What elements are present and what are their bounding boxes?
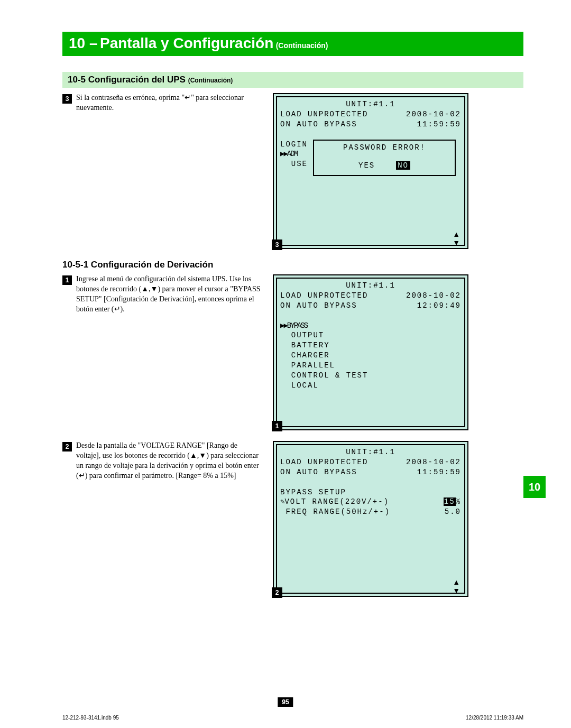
lcd2-date: 2008-10-02 [406, 457, 461, 467]
step-2-row: 2 Desde la pantalla de "VOLTAGE RANGE" [… [62, 441, 523, 597]
lcd2-unit: UNIT:#1.1 [280, 447, 461, 457]
lcd3-yes: YES [358, 161, 375, 170]
lcd-screen-1: UNIT:#1.1 LOAD UNPROTECTED 2008-10-02 ON… [273, 274, 468, 430]
step-3-text: Si la contraseña es errónea, oprima "↵" … [76, 93, 263, 113]
lcd3-no: NO [396, 161, 410, 170]
updown-icon: ▲▼ [453, 230, 460, 247]
lcd1-m4: CHARGER [280, 351, 461, 361]
lcd3-date: 2008-10-02 [406, 109, 461, 119]
updown-icon-2: ▲▼ [453, 578, 460, 595]
page-number: 95 [278, 697, 293, 707]
lcd1-date: 2008-10-02 [406, 291, 461, 301]
step-1-row: 1 Ingrese al menú de configuración del s… [62, 274, 523, 430]
footer-left: 12-212-93-3141.indb 95 [62, 715, 119, 721]
lcd2-time: 11:59:59 [417, 467, 461, 477]
lcd3-adm: ▶▶ADM [280, 150, 297, 158]
lcd1-m1: ▶▶BYPASS [280, 321, 307, 330]
lcd3-caption: 3 [272, 239, 282, 250]
lcd1-m2: OUTPUT [280, 330, 461, 340]
chapter-number: 10 – [69, 35, 98, 51]
lcd-screen-2: UNIT:#1.1 LOAD UNPROTECTED 2008-10-02 ON… [273, 441, 468, 597]
lcd3-unit: UNIT:#1.1 [280, 99, 461, 109]
step-3-row: 3 Si la contraseña es errónea, oprima "↵… [62, 93, 523, 249]
lcd3-dialog-msg: PASSWORD ERROR! [318, 143, 450, 153]
lcd1-m3: BATTERY [280, 340, 461, 351]
subsection-heading: 10-5-1 Configuración de Derivación [62, 260, 523, 270]
lcd1-unit: UNIT:#1.1 [280, 281, 461, 291]
chapter-continuation: (Continuación) [276, 41, 328, 50]
footer: 12-212-93-3141.indb 95 12/28/2012 11:19:… [62, 715, 523, 721]
section-title: Configuración del UPS [88, 75, 186, 85]
lcd2-r1b-hl: 15 [444, 497, 456, 506]
footer-right: 12/28/2012 11:19:33 AM [466, 715, 523, 721]
step-2-text: Desde la pantalla de "VOLTAGE RANGE" [Ra… [76, 441, 263, 481]
lcd1-caption: 1 [272, 421, 282, 431]
chapter-title: Pantalla y Configuración [100, 35, 273, 51]
step-2-number: 2 [62, 442, 72, 451]
lcd2-r2a: FREQ RANGE(50Hz/+-) [280, 507, 390, 517]
lcd3-dialog: PASSWORD ERROR! YES NO [313, 140, 456, 176]
lcd2-title: BYPASS SETUP [280, 487, 461, 497]
lcd1-m6: CONTROL & TEST [280, 371, 461, 381]
step-3-number: 3 [62, 94, 72, 104]
lcd1-m5: PARALLEL [280, 361, 461, 371]
lcd1-m7: LOCAL [280, 381, 461, 391]
chapter-heading: 10 – Pantalla y Configuración (Continuac… [62, 32, 523, 56]
lcd1-bypass: ON AUTO BYPASS [280, 301, 357, 311]
lcd2-load: LOAD UNPROTECTED [280, 457, 368, 467]
lcd1-time: 12:09:49 [417, 301, 461, 311]
lcd2-r1b-suf: % [456, 497, 461, 506]
side-tab: 10 [523, 476, 546, 498]
lcd2-bypass: ON AUTO BYPASS [280, 467, 357, 477]
lcd3-load: LOAD UNPROTECTED [280, 109, 368, 119]
step-1-text: Ingrese al menú de configuración del sis… [76, 274, 263, 315]
lcd1-load: LOAD UNPROTECTED [280, 291, 368, 301]
section-heading: 10-5 Configuración del UPS (Continuación… [62, 72, 523, 88]
section-continuation: (Continuación) [188, 77, 233, 84]
lcd2-r1a: VOLT RANGE(220V/+-) [284, 497, 389, 506]
lcd2-caption: 2 [272, 587, 282, 598]
lcd3-bypass: ON AUTO BYPASS [280, 119, 357, 130]
lcd-screen-3: UNIT:#1.1 LOAD UNPROTECTED 2008-10-02 ON… [273, 93, 468, 249]
lcd3-time: 11:59:59 [417, 119, 461, 130]
section-number: 10-5 [68, 75, 86, 85]
lcd2-r2b: 5.0 [445, 507, 461, 517]
step-1-number: 1 [62, 275, 72, 285]
